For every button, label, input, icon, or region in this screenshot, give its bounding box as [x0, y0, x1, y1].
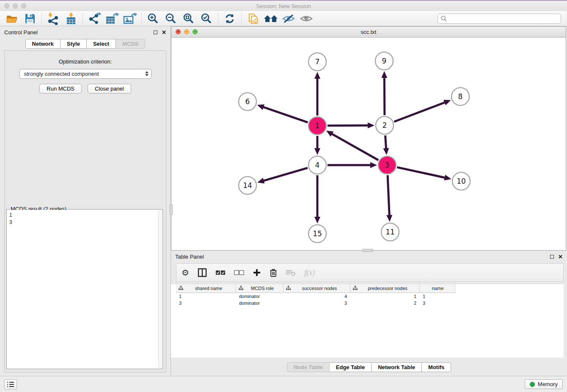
unselect-all-columns-icon[interactable]: [234, 270, 244, 276]
task-history-button[interactable]: [4, 379, 17, 389]
table-cell[interactable]: 1: [176, 294, 236, 299]
vertical-splitter-handle[interactable]: [170, 204, 173, 215]
export-table-icon[interactable]: [103, 12, 121, 25]
table-cell[interactable]: 3: [284, 301, 350, 306]
table-cell[interactable]: 3: [176, 301, 236, 306]
column-header-name[interactable]: name: [420, 284, 455, 293]
delete-table-icon: [286, 269, 296, 276]
table-cell[interactable]: dominator: [236, 301, 284, 306]
table-cell[interactable]: 1: [420, 294, 455, 299]
tab-select[interactable]: Select: [87, 39, 116, 49]
table-cell[interactable]: 2: [350, 301, 420, 306]
refresh-icon[interactable]: [221, 12, 239, 25]
shared-column-icon: [179, 286, 183, 291]
node-label-3: 3: [385, 161, 390, 169]
copy-style-icon[interactable]: [244, 12, 262, 25]
close-panel-icon[interactable]: ✕: [162, 30, 166, 35]
edge-arrowhead: [443, 100, 451, 105]
graph-edge-2-8[interactable]: [394, 102, 445, 121]
column-header-successor-nodes[interactable]: successor nodes: [284, 284, 350, 293]
table-settings-gear-icon[interactable]: ⚙: [182, 268, 189, 278]
add-column-icon[interactable]: [253, 268, 261, 277]
result-scrollbar[interactable]: [158, 210, 162, 368]
graph-edge-1-6[interactable]: [263, 107, 308, 122]
minimize-window-icon[interactable]: [13, 3, 18, 8]
app-traffic-lights: [4, 3, 26, 8]
zoom-out-icon[interactable]: [162, 12, 180, 25]
mcds-result-fieldset: MCDS result (2 nodes) 13: [6, 209, 163, 369]
node-label-9: 9: [382, 57, 387, 65]
zoom-in-icon[interactable]: [144, 12, 162, 25]
graph-edge-3-11[interactable]: [388, 175, 389, 216]
select-all-columns-icon[interactable]: [215, 270, 226, 276]
tab-edge-table[interactable]: Edge Table: [330, 362, 372, 372]
tab-motifs[interactable]: Motifs: [422, 362, 451, 372]
memory-button[interactable]: Memory: [525, 379, 563, 389]
memory-label: Memory: [538, 381, 558, 387]
column-header-mcds-role[interactable]: MCDS role: [236, 284, 284, 293]
table-row[interactable]: 3dominator323: [176, 300, 455, 306]
function-builder-icon: f(x): [304, 268, 315, 277]
network-close-icon[interactable]: ✕: [176, 29, 181, 34]
network-window-titlebar[interactable]: ✕ − + scc.txt: [171, 27, 566, 38]
toolbar-separator: [141, 13, 142, 25]
table-cell[interactable]: dominator: [236, 294, 284, 299]
horizontal-splitter-handle[interactable]: [363, 249, 373, 252]
table-cell[interactable]: 4: [284, 294, 350, 299]
graph-edge-3-1[interactable]: [331, 134, 378, 160]
delete-column-trash-icon[interactable]: [270, 268, 277, 277]
tab-node-table[interactable]: Node Table: [287, 362, 330, 372]
close-panel-button[interactable]: Close panel: [88, 84, 131, 94]
edge-arrowhead: [257, 104, 264, 110]
float-panel-icon[interactable]: [154, 30, 157, 34]
close-window-icon[interactable]: [4, 3, 9, 8]
graph-edge-4-14[interactable]: [263, 168, 307, 181]
tab-network-table[interactable]: Network Table: [372, 362, 422, 372]
hide-selected-eye-icon[interactable]: [280, 12, 297, 25]
node-label-11: 11: [385, 228, 395, 236]
dropdown-stepper-icon: [145, 71, 149, 76]
column-header-shared-name[interactable]: shared name: [176, 284, 236, 293]
open-session-icon[interactable]: [3, 12, 21, 25]
tab-network[interactable]: Network: [25, 39, 61, 49]
export-network-icon[interactable]: [85, 12, 103, 25]
search-input[interactable]: [438, 14, 561, 24]
optimization-criterion-dropdown[interactable]: strongly connected component: [19, 69, 151, 79]
table-cell[interactable]: 3: [420, 301, 455, 306]
zoom-fit-icon[interactable]: [180, 12, 198, 25]
run-mcds-button[interactable]: Run MCDS: [39, 84, 82, 94]
status-bar: Memory: [0, 376, 567, 392]
show-all-eye-icon[interactable]: [297, 12, 315, 25]
table-cell[interactable]: 1: [350, 294, 420, 299]
home-layout-icon[interactable]: [262, 12, 280, 25]
import-network-icon[interactable]: [44, 12, 62, 25]
export-image-icon[interactable]: [121, 12, 139, 25]
network-canvas[interactable]: 7968124314101511: [171, 38, 566, 250]
network-maximize-icon[interactable]: +: [193, 29, 198, 34]
table-row[interactable]: 1dominator411: [176, 293, 455, 300]
toolbar-separator: [41, 13, 42, 25]
node-label-10: 10: [457, 177, 466, 185]
graph-edge-2-3[interactable]: [385, 135, 386, 149]
edge-arrowhead: [257, 178, 264, 183]
show-columns-icon[interactable]: [198, 268, 207, 277]
tab-mcds[interactable]: MCDS: [116, 39, 145, 49]
close-table-panel-icon[interactable]: ✕: [558, 254, 563, 259]
column-header-predecessor-nodes[interactable]: predecessor nodes: [350, 284, 420, 293]
float-table-panel-icon[interactable]: [550, 255, 554, 259]
network-view-window: ✕ − + scc.txt 7968124314101511: [171, 26, 566, 251]
memory-status-icon: [530, 382, 535, 387]
maximize-window-icon[interactable]: [21, 3, 26, 8]
search-icon: [440, 15, 447, 24]
zoom-selected-icon[interactable]: [198, 12, 215, 25]
graph-edge-2-9[interactable]: [384, 77, 385, 115]
save-session-icon[interactable]: [21, 12, 39, 25]
toolbar-separator: [83, 13, 83, 25]
import-table-icon[interactable]: [62, 12, 80, 25]
graph-edge-1-2[interactable]: [328, 125, 369, 126]
mcds-result-box[interactable]: 13: [7, 210, 162, 368]
control-panel-tabs: NetworkStyleSelectMCDS: [0, 39, 171, 49]
network-minimize-icon[interactable]: −: [184, 29, 189, 34]
graph-edge-3-10[interactable]: [397, 167, 445, 178]
tab-style[interactable]: Style: [61, 39, 87, 49]
